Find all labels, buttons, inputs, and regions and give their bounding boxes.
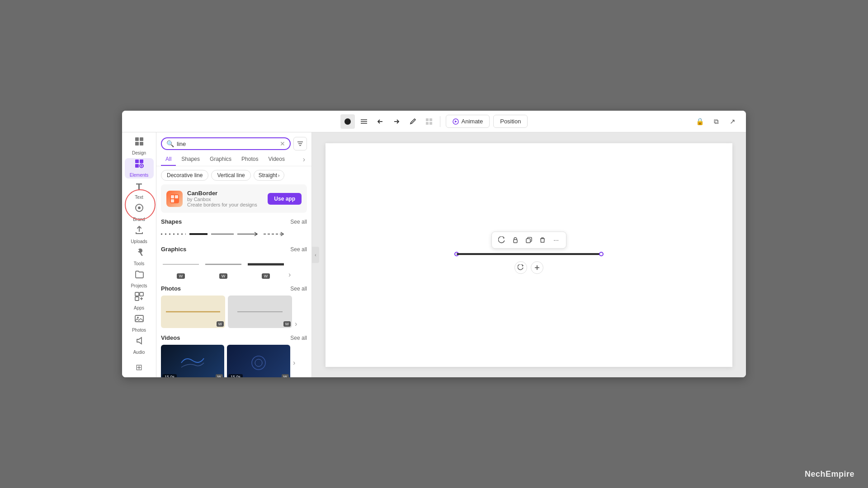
tab-all[interactable]: All: [161, 153, 176, 166]
tabs-more-icon[interactable]: ›: [301, 154, 307, 165]
graphic-item-1[interactable]: W: [161, 256, 201, 279]
tab-graphics[interactable]: Graphics: [205, 153, 236, 166]
use-app-button[interactable]: Use app: [268, 193, 302, 205]
chip-vertical-line[interactable]: Vertical line: [211, 170, 250, 181]
graphic-item-3[interactable]: W: [246, 256, 286, 279]
copy-icon[interactable]: ⧉: [710, 115, 722, 128]
photo-item-1[interactable]: W: [161, 296, 225, 328]
canborder-card: CanBorder by Canbox Create borders for y…: [161, 184, 307, 213]
toolbar-right: 🔒 ⧉ ↗: [693, 115, 739, 128]
graphics-next-arrow[interactable]: ›: [288, 271, 291, 279]
sidebar-item-more[interactable]: ⊞: [125, 357, 154, 377]
shape-arrow-line[interactable]: [237, 229, 260, 239]
sidebar-item-projects[interactable]: Projects: [125, 268, 154, 289]
shape-dashed-arrow[interactable]: [264, 229, 286, 239]
float-lock-btn[interactable]: [509, 234, 522, 246]
brand-icon: [134, 203, 144, 215]
photos-see-all[interactable]: See all: [290, 286, 307, 292]
sidebar-item-brand[interactable]: Brand: [125, 202, 154, 223]
uploads-icon: [134, 225, 144, 237]
svg-rect-12: [140, 137, 143, 141]
toolbar-circle-btn[interactable]: [340, 114, 355, 129]
svg-point-48: [255, 359, 262, 366]
line-add-ctrl[interactable]: [531, 261, 543, 274]
graphics-title: Graphics: [161, 246, 186, 253]
svg-rect-9: [429, 122, 432, 125]
svg-rect-24: [140, 292, 143, 296]
float-delete-btn[interactable]: [536, 234, 549, 246]
apps-icon: [134, 291, 144, 304]
chip-arrow-icon: ›: [278, 173, 279, 178]
search-icon: 🔍: [166, 140, 174, 147]
canborder-text: CanBorder by Canbox Create borders for y…: [187, 190, 263, 207]
position-button[interactable]: Position: [493, 115, 528, 128]
float-copy-btn[interactable]: [523, 234, 535, 246]
sidebar-item-audio[interactable]: Audio: [125, 335, 154, 355]
audio-icon: [134, 336, 144, 348]
sidebar-item-tools[interactable]: Tools: [125, 247, 154, 267]
sidebar-item-design[interactable]: Design: [125, 136, 154, 156]
toolbar-arrow-right-btn[interactable]: [389, 114, 404, 129]
float-more-btn[interactable]: ···: [550, 234, 562, 246]
toolbar-arrow-left-btn[interactable]: [373, 114, 387, 129]
sidebar-item-apps[interactable]: Apps: [125, 291, 154, 311]
app-window: Animate Position 🔒 ⧉ ↗ Design: [122, 111, 746, 377]
canvas-area[interactable]: ‹: [312, 132, 746, 377]
video-item-1[interactable]: 15.0s W: [161, 345, 224, 377]
shape-thin-line[interactable]: [211, 229, 234, 239]
video-badge-2: W: [282, 374, 289, 377]
sidebar-item-uploads[interactable]: Uploads: [125, 225, 154, 245]
shapes-see-all[interactable]: See all: [290, 219, 307, 225]
filter-chips: Decorative line Vertical line Straight ›: [156, 166, 311, 184]
graphics-see-all[interactable]: See all: [290, 246, 307, 253]
tab-videos[interactable]: Videos: [264, 153, 289, 166]
search-input-wrapper[interactable]: 🔍 ✕: [161, 137, 291, 150]
chip-straight[interactable]: Straight ›: [254, 170, 285, 181]
graphic-badge-3: W: [262, 273, 270, 279]
tab-shapes[interactable]: Shapes: [177, 153, 204, 166]
svg-point-22: [138, 206, 141, 209]
search-clear-icon[interactable]: ✕: [280, 140, 285, 147]
toolbar-lines-btn[interactable]: [357, 114, 371, 129]
floating-toolbar: ···: [491, 231, 566, 249]
design-icon: [134, 136, 144, 149]
panel-scroll[interactable]: CanBorder by Canbox Create borders for y…: [156, 184, 311, 377]
top-bar: Animate Position 🔒 ⧉ ↗: [122, 111, 746, 132]
svg-rect-28: [135, 315, 143, 322]
selected-line-container: ···: [457, 231, 601, 274]
tab-photos[interactable]: Photos: [237, 153, 263, 166]
collapse-panel-btn[interactable]: ‹: [312, 247, 319, 263]
shape-dotted-line[interactable]: [161, 229, 186, 239]
search-bar: 🔍 ✕: [156, 132, 311, 153]
toolbar-pen-btn[interactable]: [406, 114, 420, 129]
toolbar-texture-btn[interactable]: [422, 114, 436, 129]
animate-button[interactable]: Animate: [446, 115, 490, 128]
sidebar-item-elements[interactable]: Elements: [125, 158, 154, 178]
shape-thick-line[interactable]: [189, 229, 208, 239]
line-rotate-ctrl[interactable]: [514, 261, 527, 274]
lock-icon[interactable]: 🔒: [693, 115, 706, 128]
photo-item-2[interactable]: W: [228, 296, 292, 328]
line-bottom-controls: [457, 261, 601, 274]
svg-point-29: [137, 317, 139, 319]
line-handle-right[interactable]: [599, 252, 604, 256]
filter-button[interactable]: [293, 137, 307, 150]
videos-see-all[interactable]: See all: [290, 335, 307, 341]
videos-next-arrow[interactable]: ›: [293, 345, 295, 377]
chip-decorative-line[interactable]: Decorative line: [161, 170, 208, 181]
search-input[interactable]: [177, 141, 277, 147]
float-rotate-btn[interactable]: [495, 234, 508, 246]
sidebar-item-photos[interactable]: Photos: [125, 313, 154, 333]
shapes-row: [161, 229, 307, 239]
share-icon[interactable]: ↗: [726, 115, 739, 128]
sidebar-label-apps: Apps: [134, 305, 144, 310]
line-element[interactable]: [457, 253, 601, 255]
svg-rect-8: [426, 122, 429, 125]
sidebar-label-photos: Photos: [132, 328, 146, 333]
sidebar-item-text[interactable]: T Text: [125, 180, 154, 201]
graphic-item-2[interactable]: W: [203, 256, 243, 279]
video-item-2[interactable]: 15.0s W: [227, 345, 290, 377]
photos-next-arrow[interactable]: ›: [295, 320, 297, 328]
svg-rect-16: [140, 160, 143, 163]
svg-rect-11: [135, 137, 139, 141]
